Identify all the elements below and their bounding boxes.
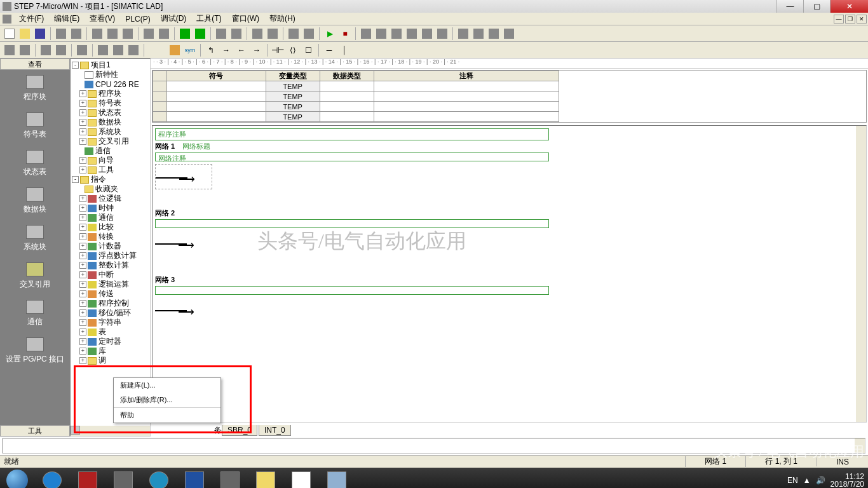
tb2-contact[interactable]: ⊣⊢ [271,43,285,57]
vartable-row[interactable]: TEMP [153,92,559,102]
tb-x4[interactable] [502,27,516,41]
sidebar-item-comm[interactable]: 通信 [0,295,70,332]
output-scrollbar[interactable] [855,438,865,453]
tb-paste[interactable] [121,27,135,41]
sidebar-footer[interactable]: 工具 [0,425,70,437]
tb-net-delete[interactable] [266,27,280,41]
sidebar-item-status[interactable]: 状态表 [0,145,70,182]
network-comment[interactable] [155,219,549,228]
tb-stop[interactable]: ■ [338,27,352,41]
tb2-nav4[interactable]: → [250,43,264,57]
tb-undo[interactable] [142,27,156,41]
task-paint[interactable] [283,468,319,488]
tb-print[interactable] [54,27,68,41]
tb2-d[interactable] [54,43,68,57]
tb-poi[interactable] [287,27,301,41]
system-tray[interactable]: EN ▲ 🔊 11:122018/7/20 [787,473,864,488]
vartable-row[interactable]: TEMP [153,102,559,112]
tb2-b[interactable] [18,43,32,57]
tree-inst-call[interactable]: 调 [98,355,106,366]
sidebar-item-data[interactable]: 数据块 [0,182,70,220]
network-3[interactable]: 网络 3 ⟶ [155,275,864,323]
menu-edit[interactable]: 编辑(E) [49,12,85,25]
project-tree[interactable]: -项目1 新特性 CPU 226 RE +程序块 +符号表 +状态表 +数据块 … [71,59,150,367]
tab-sbr[interactable]: SBR_0 [222,425,257,436]
vartable-header-vartype[interactable]: 变量类型 [266,71,320,81]
task-notes[interactable] [319,468,355,488]
task-step7[interactable] [212,468,248,488]
sidebar-header[interactable]: 查看 [0,58,70,70]
network-comment[interactable]: 网络注释 [155,152,549,161]
tb2-vline[interactable]: │ [337,43,351,57]
sidebar-item-pgpc[interactable]: 设置 PG/PC 接口 [0,332,70,370]
tb-download[interactable] [229,27,243,41]
tb-monitor2[interactable] [374,27,388,41]
context-menu-help[interactable]: 帮助 [114,408,220,423]
menu-plc[interactable]: PLC(P) [120,13,155,25]
tb-x1[interactable] [456,27,470,41]
tb-x3[interactable] [487,27,501,41]
task-app2[interactable] [141,468,177,488]
tb2-coil[interactable]: ⟨⟩ [286,43,300,57]
tb-open[interactable] [18,27,32,41]
menu-tools[interactable]: 工具(T) [191,12,226,25]
tb2-a[interactable] [3,43,17,57]
tb-x2[interactable] [471,27,485,41]
vartable-row[interactable]: TEMP [153,81,559,92]
sidebar-item-program[interactable]: 程序块 [0,70,70,107]
tb2-h[interactable] [126,43,140,57]
sidebar-item-symbol[interactable]: 符号表 [0,107,70,145]
tb-compile[interactable] [178,27,192,41]
tb-run[interactable]: ▶ [323,27,337,41]
vartable-header-datatype[interactable]: 数据类型 [320,71,374,81]
task-app1[interactable] [105,468,141,488]
tb-monitor4[interactable] [405,27,419,41]
minimize-button[interactable]: — [776,0,803,13]
tree-item[interactable]: CPU 226 RE [95,80,139,89]
tb-upload[interactable] [214,27,228,41]
task-pdf[interactable] [70,468,105,488]
ladder-editor[interactable]: 程序注释 网络 1 网络标题 网络注释 ⟶ 网络 2 ⟶ 网络 3 [152,125,867,423]
tray-icon[interactable]: ▲ [803,476,811,485]
tb2-f[interactable] [96,43,110,57]
tb2-g[interactable] [111,43,125,57]
vartable-row[interactable]: TEMP [153,112,559,122]
task-ie[interactable] [34,468,70,488]
tb-monitor3[interactable] [390,27,403,41]
tb2-e[interactable] [75,43,89,57]
context-menu-new-lib[interactable]: 新建库(L)... [114,378,220,393]
tb2-sym2[interactable]: sym [183,43,197,57]
tb2-nav2[interactable]: → [219,43,233,57]
tb2-c[interactable] [39,43,53,57]
tb-save[interactable] [33,27,47,41]
menu-debug[interactable]: 调试(D) [156,12,192,25]
rung-cursor[interactable]: ⟶ [155,164,212,189]
sidebar-item-system[interactable]: 系统块 [0,220,70,257]
tb-preview[interactable] [69,27,83,41]
tray-ime[interactable]: EN [787,476,798,485]
tray-clock[interactable]: 11:122018/7/20 [831,473,864,488]
start-button[interactable] [0,468,34,488]
tree-item[interactable]: 新特性 [95,69,118,80]
menu-view[interactable]: 查看(V) [85,12,120,25]
tb2-hline[interactable]: ─ [322,43,336,57]
tb-compile-all[interactable] [193,27,207,41]
task-outlook[interactable] [177,468,212,488]
vartable-header-comment[interactable]: 注释 [374,71,559,81]
tree-scrollbar[interactable] [71,426,150,436]
menu-file[interactable]: 文件(F) [14,12,49,25]
sidebar-item-xref[interactable]: 交叉引用 [0,257,70,295]
rung[interactable]: ⟶ [155,231,864,256]
network-comment[interactable] [155,286,549,295]
network-2[interactable]: 网络 2 ⟶ [155,208,864,256]
close-button[interactable]: ✕ [830,0,868,13]
tb-cut[interactable] [90,27,104,41]
context-menu-add-remove-lib[interactable]: 添加/删除库(R)... [114,393,220,408]
variable-table[interactable]: 符号 变量类型 数据类型 注释 TEMP TEMP TEMP TEMP [152,70,867,123]
maximize-button[interactable]: ▢ [803,0,830,13]
tb-monitor5[interactable] [420,27,434,41]
tb-net-insert[interactable] [250,27,264,41]
tb-redo[interactable] [157,27,171,41]
tb-monitor6[interactable] [435,27,449,41]
tb-monitor1[interactable] [359,27,373,41]
